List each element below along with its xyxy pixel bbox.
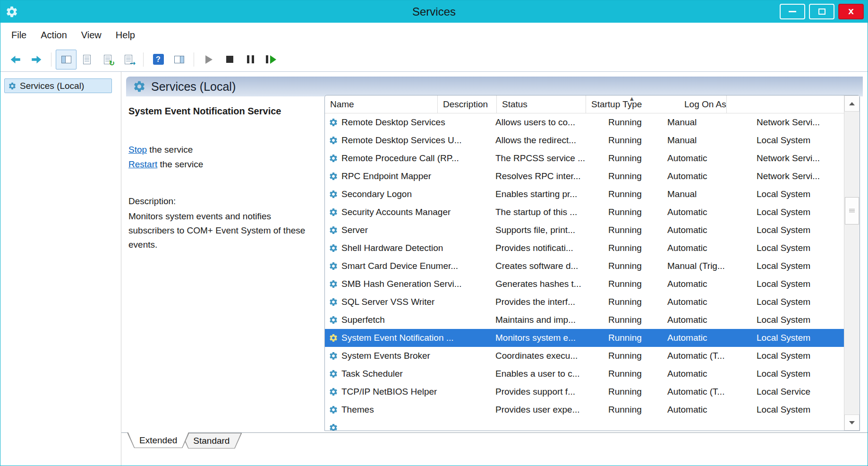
vertical-scrollbar[interactable] <box>844 95 859 431</box>
table-row[interactable]: Task Scheduler Enables a user to c... Ru… <box>325 365 844 383</box>
service-description-cell: Allows the redirect... <box>490 135 603 146</box>
minimize-button[interactable] <box>780 4 805 19</box>
service-status-cell: Running <box>603 243 662 253</box>
extended-info-pane: System Event Notification Service Stop t… <box>128 106 327 252</box>
properties-button[interactable] <box>77 50 97 69</box>
service-name: Remote Desktop Services U... <box>341 135 461 146</box>
tab-label: Extended <box>127 432 189 448</box>
service-status-cell: Running <box>603 261 662 271</box>
service-icon <box>329 279 338 289</box>
service-name: Remote Procedure Call (RP... <box>341 153 459 164</box>
table-row[interactable]: Themes Provides user expe... Running Aut… <box>325 401 844 419</box>
refresh-button[interactable] <box>97 50 118 69</box>
service-startup-type-cell: Automatic <box>662 405 751 415</box>
service-icon <box>329 261 338 271</box>
services-icon <box>133 80 146 93</box>
service-logon-cell: Local System <box>751 189 844 199</box>
tab[interactable]: Standard <box>181 433 242 449</box>
properties-icon <box>83 55 91 64</box>
service-name: SMB Hash Generation Servi... <box>341 279 462 289</box>
service-logon-cell: Local System <box>751 333 844 343</box>
table-row[interactable]: RPC Endpoint Mapper Resolves RPC inter..… <box>325 167 844 185</box>
service-logon-cell: Network Servi... <box>751 153 844 164</box>
service-description-cell: Monitors system e... <box>490 333 603 343</box>
help-button[interactable] <box>148 50 169 69</box>
table-row[interactable] <box>325 419 844 431</box>
sort-ascending-icon: ▲ <box>630 96 634 101</box>
menu-item[interactable]: File <box>4 27 34 43</box>
export-list-icon <box>125 55 132 64</box>
service-action-link[interactable]: Restart <box>128 159 157 169</box>
service-startup-type-cell: Automatic <box>662 243 751 253</box>
table-row[interactable]: System Event Notification ... Monitors s… <box>325 329 844 347</box>
service-name: System Events Broker <box>341 351 430 361</box>
back-button[interactable] <box>5 50 26 69</box>
scroll-down-button[interactable] <box>844 414 859 431</box>
show-console-tree-button[interactable] <box>56 50 77 69</box>
menu-item[interactable]: Action <box>34 27 74 43</box>
tree-item-services-local[interactable]: Services (Local) <box>4 78 112 93</box>
table-row[interactable]: Smart Card Device Enumer... Creates soft… <box>325 257 844 275</box>
service-name-cell: Task Scheduler <box>325 369 490 379</box>
service-startup-type-cell: Manual <box>662 189 751 199</box>
table-row[interactable]: Remote Desktop Services U... Allows the … <box>325 131 844 149</box>
pause-service-button[interactable] <box>240 50 261 69</box>
service-startup-type-cell: Manual <box>662 117 751 128</box>
table-row[interactable]: Superfetch Maintains and imp... Running … <box>325 311 844 329</box>
service-status-cell: Running <box>603 207 662 217</box>
service-status-cell: Running <box>603 369 662 379</box>
scrollbar-thumb[interactable] <box>845 197 859 224</box>
description-text: Monitors system events and notifies subs… <box>128 209 317 252</box>
refresh-icon <box>104 55 111 64</box>
forward-button[interactable] <box>26 50 47 69</box>
table-row[interactable]: Remote Procedure Call (RP... The RPCSS s… <box>325 149 844 167</box>
service-name-cell: Superfetch <box>325 315 490 325</box>
scroll-up-button[interactable] <box>844 95 859 112</box>
service-startup-type-cell: Automatic <box>662 297 751 307</box>
service-status-cell: Running <box>603 171 662 181</box>
scroll-down-icon <box>849 421 855 424</box>
service-startup-type-cell: Automatic <box>662 279 751 289</box>
service-description-cell: The RPCSS service ... <box>490 153 603 164</box>
column-header[interactable]: Name <box>325 95 438 113</box>
maximize-button[interactable] <box>809 4 834 19</box>
service-description-cell: Provides support f... <box>490 387 603 397</box>
table-row[interactable]: Server Supports file, print... Running A… <box>325 221 844 239</box>
table-row[interactable]: TCP/IP NetBIOS Helper Provides support f… <box>325 383 844 401</box>
table-row[interactable]: Security Accounts Manager The startup of… <box>325 203 844 221</box>
service-startup-type-cell: Automatic <box>662 369 751 379</box>
list-header: ▲ NameDescriptionStatusStartup TypeLog O… <box>325 95 859 113</box>
service-status-cell: Running <box>603 135 662 146</box>
restart-service-button[interactable] <box>261 50 281 69</box>
service-logon-cell: Local System <box>751 261 844 271</box>
service-name: Security Accounts Manager <box>341 207 451 217</box>
service-icon <box>329 243 338 253</box>
service-name-cell: Server <box>325 225 490 235</box>
stop-service-button[interactable] <box>219 50 240 69</box>
table-row[interactable]: System Events Broker Coordinates execu..… <box>325 347 844 365</box>
menu-item[interactable]: Help <box>109 27 142 43</box>
table-row[interactable]: Secondary Logon Enables starting pr... R… <box>325 185 844 203</box>
column-header[interactable]: Status <box>497 95 586 113</box>
column-header[interactable]: Log On As <box>679 95 727 113</box>
maximize-icon <box>818 9 825 15</box>
export-list-button[interactable] <box>118 50 139 69</box>
service-status-cell: Running <box>603 189 662 199</box>
titlebar[interactable]: Services x <box>0 0 868 23</box>
table-row[interactable]: SMB Hash Generation Servi... Generates h… <box>325 275 844 293</box>
service-status-cell: Running <box>603 315 662 325</box>
start-service-button[interactable] <box>198 50 219 69</box>
back-icon <box>8 53 23 66</box>
close-button[interactable]: x <box>838 4 864 19</box>
table-row[interactable]: SQL Server VSS Writer Provides the inter… <box>325 293 844 311</box>
service-description-cell: Creates software d... <box>490 261 603 271</box>
service-icon <box>329 423 338 431</box>
table-row[interactable]: Remote Desktop Services Allows users to … <box>325 113 844 131</box>
table-row[interactable]: Shell Hardware Detection Provides notifi… <box>325 239 844 257</box>
show-action-pane-button[interactable] <box>169 50 189 69</box>
tab[interactable]: Extended <box>127 432 189 448</box>
column-header[interactable]: Description <box>438 95 497 113</box>
services-list-panel: ▲ NameDescriptionStatusStartup TypeLog O… <box>324 95 860 431</box>
menu-item[interactable]: View <box>74 27 109 43</box>
service-action-link[interactable]: Stop <box>128 145 147 155</box>
